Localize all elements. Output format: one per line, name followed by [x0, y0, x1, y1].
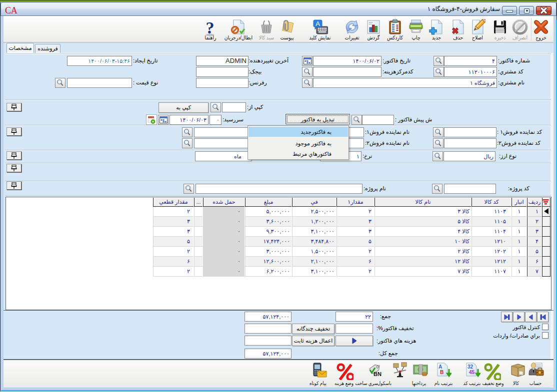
svg-text:B: B [440, 370, 444, 375]
svg-text:BN: BN [374, 371, 382, 377]
svg-text:32: 32 [468, 364, 474, 370]
svg-text:A: A [438, 364, 442, 370]
svg-text:A: A [316, 20, 320, 27]
svg-text:45: 45 [469, 370, 475, 375]
